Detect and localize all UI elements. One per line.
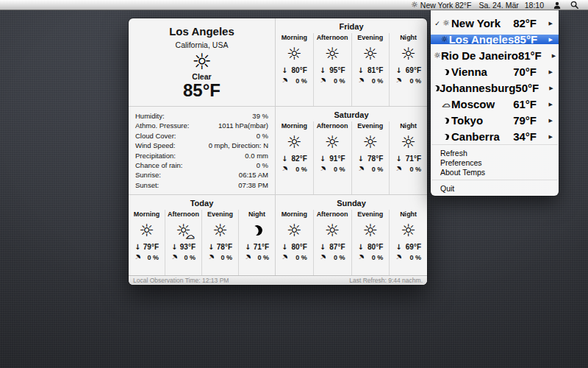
moon-icon (442, 68, 450, 76)
menu-item-refresh[interactable]: Refresh (431, 148, 559, 158)
temp-down-icon: ↓ (282, 155, 287, 163)
detail-row: Precipitation:0.0 mm (135, 151, 268, 160)
slot-precip: 0 % (372, 254, 384, 261)
menu-item-about-temps[interactable]: About Temps (431, 167, 559, 177)
umbrella-icon: ☂ (394, 75, 404, 85)
menu-separator (431, 144, 558, 145)
menu-item-preferences[interactable]: Preferences (431, 158, 559, 167)
forecast-slot: Night↓71°F☂0 % (238, 210, 275, 275)
slot-precip-row: ☂0 % (352, 165, 390, 173)
detail-row: Chance of rain:0 % (135, 160, 268, 170)
slot-precip-row: ☂0 % (276, 253, 313, 261)
menu-item-city[interactable]: Tokyo79°F▶ (431, 116, 559, 125)
slot-icon: ☼☁ (176, 218, 191, 243)
temp-down-icon: ↓ (171, 243, 177, 251)
menubar-clock[interactable]: 18:10 (525, 1, 544, 10)
umbrella-icon: ☂ (279, 75, 290, 85)
city-name: Canberra (451, 130, 510, 143)
moon-icon-wrap (441, 134, 451, 140)
forecast-title: Today (129, 199, 275, 208)
slot-name: Morning (282, 210, 308, 218)
sun-icon: ☼ (363, 133, 379, 151)
menu-item-city[interactable]: Johannesburg50°F▶ (431, 83, 559, 93)
forecast-slot: Evening☼↓78°F☂0 % (351, 121, 390, 194)
umbrella-icon: ☂ (394, 163, 404, 174)
sun-icon: ☼ (434, 52, 441, 60)
city-name: Rio De Janeiro (441, 49, 518, 62)
city-title: Los Angeles (169, 25, 234, 38)
submenu-arrow-icon: ▶ (547, 102, 553, 107)
cloud-icon: ☁ (442, 100, 451, 108)
detail-value: 0 % (257, 160, 268, 170)
moon-icon (442, 117, 450, 124)
slot-temp: 80°F (368, 243, 383, 251)
slot-temp-row: ↓95°F (314, 66, 351, 74)
sun-icon: ☼ (325, 222, 340, 239)
slot-temp-row: ↓71°F (390, 155, 427, 163)
menubar-date[interactable]: Sa. 24. Mär (478, 1, 518, 10)
city-name: Los Angeles (449, 33, 514, 46)
cloud-icon-wrap: ☁ (441, 100, 451, 108)
slot-icon: ☼ (287, 130, 302, 155)
menu-item-city[interactable]: ✓☼New York82°F▶ (431, 18, 559, 28)
menu-item-city[interactable]: ☼Rio De Janeiro81°F▶ (431, 51, 559, 60)
slot-precip: 0 % (257, 254, 269, 261)
slot-icon: ☼ (363, 130, 379, 155)
menubar-weather-status-item[interactable]: ☼ New York 82°F (411, 1, 471, 10)
umbrella-icon: ☂ (206, 252, 216, 262)
last-refresh: Last Refresh: 9:44 nachm. (349, 277, 423, 284)
sun-icon-wrap: ☼ (434, 52, 441, 60)
city-temp: 81°F (518, 49, 542, 62)
sun-icon: ☼ (325, 45, 340, 63)
slot-temp-row: ↓87°F (314, 243, 351, 251)
moon-icon-wrap (434, 85, 440, 91)
temp-down-icon: ↓ (208, 243, 214, 251)
umbrella-icon: ☂ (243, 252, 253, 262)
slot-precip-row: ☂0 % (352, 77, 390, 85)
slot-icon (252, 218, 262, 243)
menu-item-city[interactable]: ☼Los Angeles85°F▶ (431, 35, 559, 44)
sun-icon: ☼ (139, 222, 154, 239)
slot-icon: ☼ (287, 218, 302, 243)
slot-name: Night (400, 210, 417, 218)
forecast-slot: Night☼↓71°F☂0 % (389, 121, 427, 194)
search-icon[interactable] (570, 1, 578, 9)
sun-icon: ☼ (442, 19, 450, 27)
slot-precip: 0 % (295, 254, 307, 261)
city-name: Tokyo (451, 114, 510, 127)
menu-item-city[interactable]: ☁Moscow61°F▶ (431, 99, 559, 109)
detail-row: Wind Speed:0 mph, Direction: N (135, 141, 268, 150)
slot-precip: 0 % (295, 77, 307, 85)
menu-item-quit[interactable]: Quit (431, 183, 559, 193)
slot-name: Afternoon (168, 210, 199, 218)
slot-icon: ☼ (212, 218, 228, 243)
slot-name: Evening (357, 122, 383, 130)
slot-precip-row: ☂0 % (314, 253, 351, 261)
slot-icon: ☼ (287, 41, 302, 66)
forecast-slot: Night☼↓69°F☂0 % (389, 210, 427, 275)
temp-down-icon: ↓ (282, 66, 287, 74)
slot-temp: 82°F (292, 155, 307, 163)
sun-icon-wrap: ☼ (441, 19, 451, 27)
slot-name: Night (400, 34, 417, 41)
user-icon[interactable] (553, 1, 561, 9)
slot-precip: 0 % (372, 166, 384, 173)
umbrella-icon: ☂ (169, 252, 179, 262)
detail-row: Humidity:39 % (135, 111, 268, 121)
umbrella-icon: ☂ (318, 252, 328, 262)
forecast-today: TodayMorning☼↓79°F☂0 %Afternoon☼☁↓93°F☂0… (129, 195, 275, 275)
weather-panel: Los Angeles California, USA ☼ Clear 85°F… (129, 18, 427, 285)
slot-temp: 80°F (292, 243, 307, 251)
forecast-slots: Morning☼↓80°F☂0 %Afternoon☼↓87°F☂0 %Even… (276, 210, 427, 275)
temp-down-icon: ↓ (358, 243, 364, 251)
menu-item-city[interactable]: Vienna70°F▶ (431, 67, 559, 77)
temp-down-icon: ↓ (358, 66, 364, 74)
menu-item-city[interactable]: Canberra34°F▶ (431, 132, 559, 141)
submenu-arrow-icon: ▶ (547, 134, 553, 140)
slot-precip: 0 % (409, 254, 421, 261)
slot-precip-row: ☂0 % (129, 253, 165, 261)
detail-label: Cloud Cover: (135, 131, 176, 141)
submenu-arrow-icon: ▶ (548, 37, 553, 43)
detail-value: 0.0 mm (245, 151, 268, 160)
slot-name: Evening (207, 210, 233, 218)
